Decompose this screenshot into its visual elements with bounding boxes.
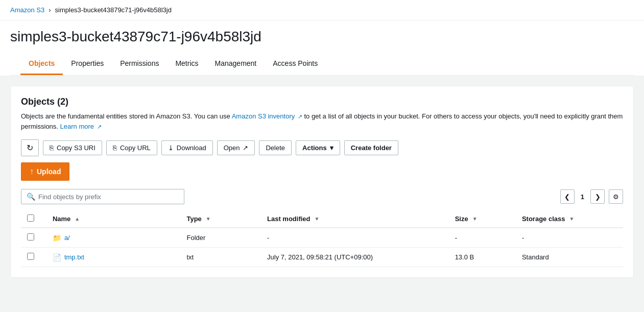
copy-url-icon: ⎘ <box>113 144 117 152</box>
upload-icon: ↑ <box>30 167 34 176</box>
desc-text-start: Objects are the fundamental entities sto… <box>21 112 230 120</box>
open-button[interactable]: Open ↗ <box>217 140 255 155</box>
breadcrumb: Amazon S3 › simples3-bucket43879c71-j96v… <box>0 0 644 20</box>
row-name-1: tmp.txt <box>64 253 84 261</box>
create-folder-label: Create folder <box>351 144 392 152</box>
th-storage-class: Storage class ▼ <box>516 210 623 228</box>
next-page-button[interactable]: ❯ <box>590 189 605 204</box>
upload-button[interactable]: ↑ Upload <box>21 162 69 181</box>
delete-button[interactable]: Delete <box>259 140 292 155</box>
row-checkbox-cell-0 <box>21 228 46 248</box>
row-size-1: 13.0 B <box>455 253 474 261</box>
tab-management[interactable]: Management <box>207 53 265 75</box>
breadcrumb-current: simples3-bucket43879c71-j96v4b58l3jd <box>55 6 172 14</box>
tab-access-points[interactable]: Access Points <box>265 53 326 75</box>
download-label: Download <box>177 144 206 152</box>
modified-sort-icon[interactable]: ▼ <box>315 216 320 222</box>
row-modified-1: July 7, 2021, 09:58:21 (UTC+09:00) <box>267 253 373 261</box>
row-storage-0: - <box>522 234 524 242</box>
search-pagination-row: 🔍 ❮ 1 ❯ ⚙ <box>21 189 623 204</box>
breadcrumb-home-link[interactable]: Amazon S3 <box>10 6 44 14</box>
external-link-icon-2: ↗ <box>97 124 102 130</box>
row-modified-cell-1: July 7, 2021, 09:58:21 (UTC+09:00) <box>261 248 449 267</box>
copy-s3-uri-icon: ⎘ <box>50 144 54 152</box>
search-box[interactable]: 🔍 <box>21 189 184 204</box>
upload-label: Upload <box>37 167 61 176</box>
objects-table: Name ▲ Type ▼ Last modified ▼ <box>21 210 623 267</box>
search-input[interactable] <box>38 193 179 201</box>
toolbar: ↻ ⎘ Copy S3 URI ⎘ Copy URL ⤓ Download Op… <box>21 139 623 156</box>
size-sort-icon[interactable]: ▼ <box>472 216 478 222</box>
file-link-0[interactable]: 📁 a/ <box>53 234 175 242</box>
objects-description: Objects are the fundamental entities sto… <box>21 111 623 131</box>
s3-inventory-link[interactable]: Amazon S3 inventory ↗ <box>232 112 302 120</box>
storage-sort-icon[interactable]: ▼ <box>569 216 574 222</box>
row-size-cell-0: - <box>449 228 516 248</box>
th-type-label: Type <box>186 215 201 223</box>
copy-url-button[interactable]: ⎘ Copy URL <box>106 140 157 155</box>
row-storage-cell-1: Standard <box>516 248 623 267</box>
row-name-0: a/ <box>64 234 70 242</box>
row-type-cell-1: txt <box>180 248 261 267</box>
table-header-row: Name ▲ Type ▼ Last modified ▼ <box>21 210 623 228</box>
th-storage-label: Storage class <box>522 215 565 223</box>
objects-panel-title: Objects (2) <box>21 97 68 107</box>
name-sort-icon[interactable]: ▲ <box>75 216 80 222</box>
table-row: 📁 a/ Folder - - - <box>21 228 623 248</box>
row-size-0: - <box>455 234 457 242</box>
objects-header: Objects (2) <box>21 97 623 107</box>
breadcrumb-separator: › <box>49 6 51 14</box>
actions-label: Actions <box>302 144 327 152</box>
select-all-checkbox[interactable] <box>27 214 34 222</box>
type-sort-icon[interactable]: ▼ <box>206 216 211 222</box>
page-header: simples3-bucket43879c71-j96v4b58l3jd Obj… <box>0 20 644 76</box>
tab-metrics[interactable]: Metrics <box>167 53 206 75</box>
tabs-nav: Objects Properties Permissions Metrics M… <box>10 53 634 76</box>
row-modified-cell-0: - <box>261 228 449 248</box>
folder-icon-0: 📁 <box>53 234 61 242</box>
learn-more-link[interactable]: Learn more ↗ <box>60 123 102 130</box>
row-size-cell-1: 13.0 B <box>449 248 516 267</box>
row-name-cell-1: 📄 tmp.txt <box>46 248 181 267</box>
th-type: Type ▼ <box>180 210 261 228</box>
th-select-all <box>21 210 46 228</box>
th-name: Name ▲ <box>46 210 181 228</box>
tab-objects[interactable]: Objects <box>20 53 63 75</box>
copy-s3-uri-label: Copy S3 URI <box>57 144 96 152</box>
th-size-label: Size <box>455 215 468 223</box>
th-size: Size ▼ <box>449 210 516 228</box>
th-name-label: Name <box>53 215 70 223</box>
page-number: 1 <box>579 193 586 201</box>
copy-s3-uri-button[interactable]: ⎘ Copy S3 URI <box>43 140 102 155</box>
th-last-modified: Last modified ▼ <box>261 210 449 228</box>
tab-properties[interactable]: Properties <box>63 53 112 75</box>
row-storage-1: Standard <box>522 253 549 261</box>
create-folder-button[interactable]: Create folder <box>344 140 398 155</box>
upload-row: ↑ Upload <box>21 162 623 181</box>
objects-panel: Objects (2) Objects are the fundamental … <box>10 86 634 278</box>
main-content: Objects (2) Objects are the fundamental … <box>0 76 644 288</box>
table-row: 📄 tmp.txt txt July 7, 2021, 09:58:21 (UT… <box>21 248 623 267</box>
row-modified-0: - <box>267 234 269 242</box>
delete-label: Delete <box>266 144 285 152</box>
row-type-0: Folder <box>186 234 205 242</box>
row-checkbox-1[interactable] <box>27 253 34 260</box>
actions-button[interactable]: Actions ▾ <box>296 140 340 155</box>
row-storage-cell-0: - <box>516 228 623 248</box>
search-icon: 🔍 <box>27 193 35 201</box>
file-icon-1: 📄 <box>53 253 61 261</box>
pagination: ❮ 1 ❯ ⚙ <box>560 189 623 204</box>
file-link-1[interactable]: 📄 tmp.txt <box>53 253 175 261</box>
tab-permissions[interactable]: Permissions <box>112 53 167 75</box>
row-checkbox-0[interactable] <box>27 233 34 241</box>
copy-url-label: Copy URL <box>120 144 151 152</box>
row-checkbox-cell-1 <box>21 248 46 267</box>
table-settings-button[interactable]: ⚙ <box>609 189 623 204</box>
refresh-button[interactable]: ↻ <box>21 139 39 156</box>
download-button[interactable]: ⤓ Download <box>161 140 213 155</box>
row-name-cell-0: 📁 a/ <box>46 228 181 248</box>
download-icon: ⤓ <box>168 144 174 152</box>
prev-page-button[interactable]: ❮ <box>560 189 575 204</box>
external-link-icon: ↗ <box>298 113 302 119</box>
open-label: Open <box>224 144 240 152</box>
